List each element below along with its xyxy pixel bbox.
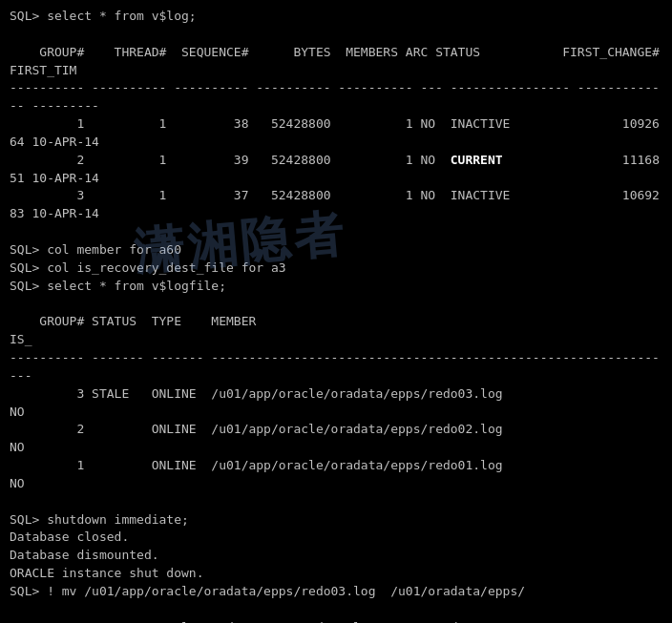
terminal-window: SQL> select * from v$log; GROUP# THREAD#… [10, 8, 662, 623]
terminal-output: SQL> select * from v$log; GROUP# THREAD#… [10, 8, 662, 623]
